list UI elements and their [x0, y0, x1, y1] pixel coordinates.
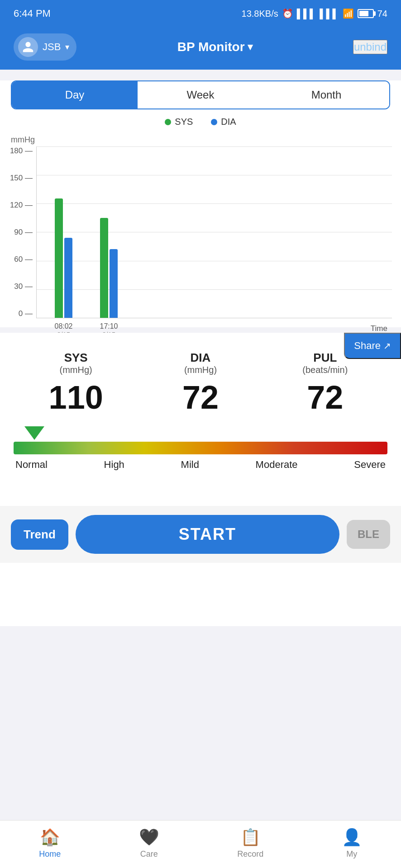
alarm-icon: ⏰: [282, 8, 293, 19]
nav-home-label: Home: [39, 849, 61, 859]
app-header: JSB ▾ BP Monitor ▾ unbind: [0, 27, 401, 70]
sys-bar-1: [55, 198, 63, 318]
care-icon: 🖤: [139, 828, 159, 847]
ble-button[interactable]: BLE: [347, 520, 390, 549]
bp-label-normal: Normal: [15, 459, 48, 471]
time-display: 6:44 PM: [14, 8, 51, 19]
signal-icon: ▌▌▌: [297, 9, 316, 19]
y-tick-120: 120 —: [9, 201, 33, 210]
share-icon: ↗: [383, 340, 391, 351]
unbind-button[interactable]: unbind: [353, 40, 387, 54]
nav-record-label: Record: [237, 849, 263, 859]
tab-week[interactable]: Week: [138, 81, 263, 108]
legend-dia: DIA: [211, 117, 236, 127]
main-content: Day Week Month SYS DIA mmHg 180 — 150 — …: [0, 80, 401, 626]
stats-grid: SYS (mmHg) 110 DIA (mmHg) 72 PUL (beats/…: [14, 351, 387, 415]
dia-bar-1: [64, 238, 72, 318]
title-chevron-icon: ▾: [248, 41, 253, 53]
start-button[interactable]: START: [76, 515, 339, 554]
bar-group-2: 17:103/15: [100, 218, 118, 318]
time-axis-label: Time: [371, 324, 387, 333]
status-bar: 6:44 PM 13.8KB/s ⏰ ▌▌▌ ▌▌▌ 📶 74: [0, 0, 401, 27]
y-tick-60: 60 —: [9, 255, 33, 264]
record-icon: 📋: [240, 828, 261, 847]
grid-line-60: [37, 261, 392, 261]
bar-group-1: 08:023/15: [55, 198, 72, 318]
bp-label-high: High: [104, 459, 124, 471]
legend-sys: SYS: [165, 117, 193, 127]
home-icon: 🏠: [40, 828, 60, 847]
bp-label-severe: Severe: [354, 459, 386, 471]
user-section[interactable]: JSB ▾: [14, 33, 76, 61]
nav-care[interactable]: 🖤 Care: [139, 828, 159, 859]
chevron-down-icon: ▾: [65, 42, 69, 52]
signal-icon-2: ▌▌▌: [320, 9, 339, 19]
stats-section: Share ↗ SYS (mmHg) 110 DIA (mmHg) 72 PUL…: [0, 333, 401, 488]
nav-record[interactable]: 📋 Record: [237, 828, 263, 859]
wifi-icon: 📶: [343, 8, 354, 19]
dia-bar-2: [110, 249, 118, 318]
dia-dot: [211, 119, 217, 125]
tab-day[interactable]: Day: [12, 81, 138, 108]
y-axis-label: mmHg: [9, 135, 392, 145]
grid-line-180: [37, 146, 392, 147]
trend-button[interactable]: Trend: [11, 519, 68, 550]
chart-inner: 180 — 150 — 120 — 90 — 60 — 30 — 0 —: [9, 146, 392, 318]
y-tick-90: 90 —: [9, 228, 33, 237]
battery-level: 74: [377, 9, 387, 19]
grid-line-30: [37, 289, 392, 290]
bp-gradient-bar: [14, 442, 387, 454]
dia-stat: DIA (mmHg) 72: [138, 351, 263, 415]
chart-legend: SYS DIA: [0, 117, 401, 127]
my-icon: 👤: [342, 828, 362, 847]
grid-line-150: [37, 175, 392, 175]
sys-dot: [165, 119, 171, 125]
nav-my-label: My: [346, 849, 357, 859]
action-bar: Trend START BLE: [0, 506, 401, 563]
sys-stat: SYS (mmHg) 110: [14, 351, 138, 415]
user-name: JSB: [43, 41, 61, 53]
bp-scale: Normal High Mild Moderate Severe: [14, 426, 387, 471]
bp-chart: mmHg 180 — 150 — 120 — 90 — 60 — 30 — 0 …: [0, 131, 401, 327]
y-axis: 180 — 150 — 120 — 90 — 60 — 30 — 0 —: [9, 146, 36, 318]
tab-month[interactable]: Month: [263, 81, 389, 108]
y-tick-180: 180 —: [9, 146, 33, 156]
chart-plot-area: 08:023/15 17:103/15 Time: [36, 146, 392, 318]
sys-bar-2: [100, 218, 108, 318]
share-button[interactable]: Share ↗: [344, 333, 401, 359]
y-tick-0: 0 —: [9, 309, 33, 318]
y-tick-30: 30 —: [9, 282, 33, 291]
bp-indicator: [14, 426, 387, 440]
status-icons: 13.8KB/s ⏰ ▌▌▌ ▌▌▌ 📶 74: [242, 8, 387, 19]
pul-stat: PUL (beats/min) 72: [263, 351, 387, 415]
y-tick-150: 150 —: [9, 174, 33, 183]
bp-label-moderate: Moderate: [256, 459, 298, 471]
bp-label-mild: Mild: [181, 459, 199, 471]
nav-care-label: Care: [140, 849, 158, 859]
nav-my[interactable]: 👤 My: [342, 828, 362, 859]
grid-line-90: [37, 232, 392, 232]
bp-scale-labels: Normal High Mild Moderate Severe: [14, 459, 387, 471]
data-speed: 13.8KB/s: [242, 9, 278, 19]
app-title: BP Monitor ▾: [177, 40, 253, 54]
bp-arrow-icon: [24, 426, 44, 440]
nav-home[interactable]: 🏠 Home: [39, 828, 61, 859]
battery-indicator: 74: [358, 9, 387, 19]
bottom-nav: 🏠 Home 🖤 Care 📋 Record 👤 My: [0, 820, 401, 868]
period-tab-bar: Day Week Month: [11, 80, 390, 109]
grid-line-120: [37, 203, 392, 204]
avatar: [18, 37, 38, 57]
